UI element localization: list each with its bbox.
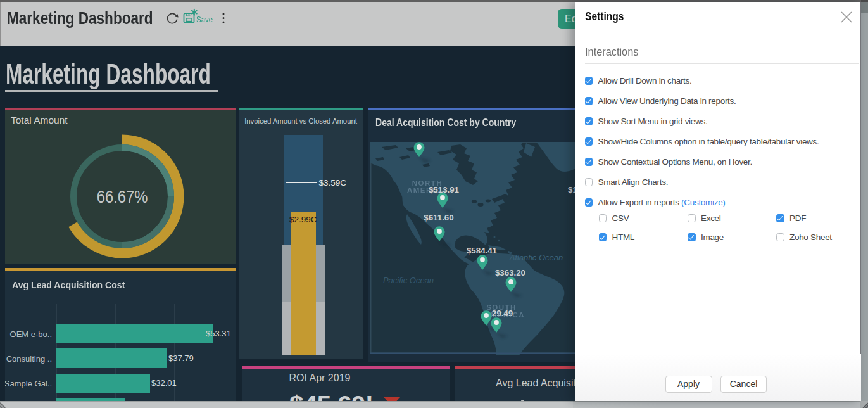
svg-text:$363.20: $363.20 bbox=[495, 268, 525, 277]
svg-text:Pacific Ocean: Pacific Ocean bbox=[383, 276, 434, 285]
svg-text:$611.60: $611.60 bbox=[424, 213, 453, 222]
svg-text:66.67%: 66.67% bbox=[97, 187, 148, 206]
svg-text:29.49: 29.49 bbox=[492, 309, 513, 318]
svg-text:$584.41: $584.41 bbox=[467, 246, 498, 255]
svg-text:Atlantic Ocean: Atlantic Ocean bbox=[509, 253, 563, 262]
